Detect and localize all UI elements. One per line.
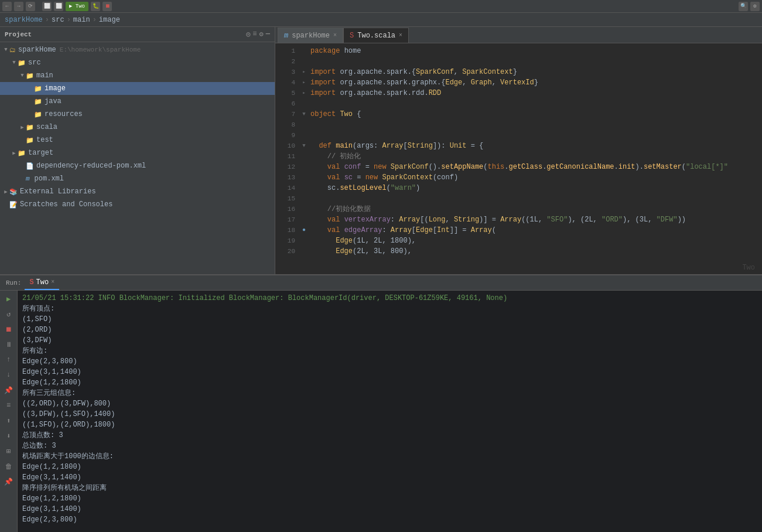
console-down-btn[interactable]: ↓ bbox=[3, 369, 15, 381]
console-pin2-btn[interactable]: 📌 bbox=[3, 476, 15, 487]
console-pin-btn[interactable]: 📌 bbox=[3, 384, 15, 396]
toolbar-back-btn[interactable]: ← bbox=[2, 2, 12, 11]
line-fold-16 bbox=[300, 204, 308, 214]
line-code-14: sc.setLogLevel("warn") bbox=[308, 183, 762, 193]
console-export-btn[interactable]: ⬆ bbox=[3, 415, 15, 427]
line-code-2 bbox=[308, 56, 762, 67]
line-num-11: 11 bbox=[275, 151, 300, 162]
tab-close-sparkHome[interactable]: × bbox=[333, 32, 337, 39]
bottom-tab-close-two[interactable]: × bbox=[51, 279, 54, 285]
console-line-v3: (3,DFW) bbox=[22, 335, 757, 346]
toolbar-fwd-btn[interactable]: → bbox=[14, 2, 23, 11]
tab-icon-sparkHome: m bbox=[284, 32, 288, 40]
console-line-total-v: 总顶点数: 3 bbox=[22, 430, 757, 441]
sidebar-settings-btn[interactable]: ⚙ bbox=[259, 30, 264, 39]
breadcrumb: sparkHome › src › main › image bbox=[0, 13, 762, 27]
sidebar-locate-btn[interactable]: ◎ bbox=[246, 30, 250, 39]
tree-item-ext-libs[interactable]: ▶ 📚 External Libraries bbox=[0, 185, 275, 198]
tree-item-resources[interactable]: 📁 resources bbox=[0, 108, 275, 121]
line-code-4: import org.apache.spark.graphx.{Edge, Gr… bbox=[308, 77, 762, 88]
tree-label-test: test bbox=[36, 136, 53, 144]
console-up-btn[interactable]: ↑ bbox=[3, 354, 15, 366]
console-trash-btn[interactable]: 🗑 bbox=[3, 461, 15, 472]
bottom-content: ▶ ↺ ⏹ ⏸ ↑ ↓ 📌 ≡ ⬆ ⬇ ⊞ 🗑 📌 21/05/21 15:31… bbox=[0, 291, 762, 532]
line-num-3: 3 bbox=[275, 67, 300, 77]
tree-arrow-ext-libs: ▶ bbox=[2, 189, 9, 195]
line-code-3: import org.apache.spark.{SparkConf, Spar… bbox=[308, 67, 762, 77]
breadcrumb-item-2[interactable]: src bbox=[52, 16, 64, 24]
tree-label-src: src bbox=[28, 59, 41, 67]
tree-item-pom[interactable]: m pom.xml bbox=[0, 172, 275, 185]
code-line-7: 7 ▼ object Two { bbox=[275, 109, 762, 120]
console-line-e2: Edge(3,1,1400) bbox=[22, 367, 757, 377]
tab-sparkHome[interactable]: m sparkHome × bbox=[278, 28, 343, 43]
line-fold-1 bbox=[300, 46, 308, 56]
code-line-12: 12 val conf = new SparkConf().setAppName… bbox=[275, 162, 762, 172]
toolbar-btn-1[interactable]: ⬜ bbox=[42, 2, 52, 11]
console-stop-btn[interactable]: ⏹ bbox=[3, 323, 15, 335]
console-import-btn[interactable]: ⬇ bbox=[3, 430, 15, 442]
toolbar-stop-btn[interactable]: ⏹ bbox=[102, 2, 112, 11]
toolbar-refresh-btn[interactable]: ⟳ bbox=[26, 2, 35, 11]
line-fold-18[interactable]: ● bbox=[300, 225, 308, 236]
line-num-5: 5 bbox=[275, 88, 300, 98]
toolbar-btn-2[interactable]: ⬜ bbox=[54, 2, 63, 11]
line-num-14: 14 bbox=[275, 183, 300, 193]
console-line-s1: Edge(1,2,1800) bbox=[22, 493, 757, 504]
sidebar-header: Project ◎ ≡ ⚙ — bbox=[0, 27, 275, 42]
tree-item-src[interactable]: ▼ 📁 src bbox=[0, 56, 275, 69]
line-code-9 bbox=[308, 130, 762, 141]
breadcrumb-item-3[interactable]: main bbox=[73, 16, 90, 24]
tree-arrow-target: ▶ bbox=[11, 150, 18, 156]
console-pause-btn[interactable]: ⏸ bbox=[3, 339, 15, 350]
line-fold-10[interactable]: ▼ bbox=[300, 141, 308, 151]
sidebar-header-icons: ◎ ≡ ⚙ — bbox=[246, 30, 270, 39]
tree-item-sparkHome[interactable]: ▼ 🗂 sparkHome E:\homework\sparkHome bbox=[0, 43, 275, 56]
toolbar-search-btn[interactable]: 🔍 bbox=[739, 2, 748, 11]
folder-icon-sparkHome: 🗂 bbox=[9, 46, 16, 54]
line-num-15: 15 bbox=[275, 193, 300, 204]
code-line-2: 2 bbox=[275, 56, 762, 67]
tree-item-scala[interactable]: ▶ 📁 scala bbox=[0, 121, 275, 134]
tree-item-java[interactable]: 📁 java bbox=[0, 95, 275, 108]
tree-item-test[interactable]: 📁 test bbox=[0, 134, 275, 146]
console-output[interactable]: 21/05/21 15:31:22 INFO BlockManager: Ini… bbox=[18, 291, 762, 532]
breadcrumb-item-4[interactable]: image bbox=[99, 16, 120, 24]
console-run-btn[interactable]: ▶ bbox=[3, 293, 15, 305]
console-scroll-btn[interactable]: ≡ bbox=[3, 400, 15, 411]
icon-ext-libs: 📚 bbox=[9, 188, 18, 196]
toolbar-run-btn[interactable]: ▶ Two bbox=[66, 2, 88, 11]
line-code-19: Edge(1L, 2L, 1800), bbox=[308, 236, 762, 246]
editor-content[interactable]: 1 package home 2 3 ▸ import org.apache.s… bbox=[275, 43, 762, 274]
line-fold-7[interactable]: ▼ bbox=[300, 109, 308, 120]
tree-arrow-sparkHome: ▼ bbox=[2, 47, 9, 53]
tree-arrow-src: ▼ bbox=[11, 60, 18, 66]
line-code-18: val edgeArray: Array[Edge[Int]] = Array( bbox=[308, 225, 762, 236]
code-line-18: 18 ● val edgeArray: Array[Edge[Int]] = A… bbox=[275, 225, 762, 236]
breadcrumb-sep-3: › bbox=[93, 16, 97, 24]
bottom-tab-two[interactable]: S Two × bbox=[25, 276, 59, 290]
line-fold-12 bbox=[300, 162, 308, 172]
console-layout-btn[interactable]: ⊞ bbox=[3, 445, 15, 457]
tree-item-image[interactable]: 📁 image bbox=[0, 82, 275, 95]
tab-two-scala[interactable]: S Two.scala × bbox=[343, 28, 409, 43]
line-fold-3[interactable]: ▸ bbox=[300, 67, 308, 77]
tree-item-scratches[interactable]: 📝 Scratches and Consoles bbox=[0, 198, 275, 211]
tree-item-main[interactable]: ▼ 📁 main bbox=[0, 69, 275, 82]
code-line-10: 10 ▼ def main(args: Array[String]): Unit… bbox=[275, 141, 762, 151]
tree-item-target[interactable]: ▶ 📁 target bbox=[0, 146, 275, 159]
sidebar-minimize-btn[interactable]: — bbox=[266, 30, 270, 39]
console-rerun-btn[interactable]: ↺ bbox=[3, 308, 15, 320]
sidebar-collapse-btn[interactable]: ≡ bbox=[252, 30, 257, 39]
toolbar-debug-btn[interactable]: 🐛 bbox=[91, 2, 100, 11]
console-line-v2: (2,ORD) bbox=[22, 325, 757, 335]
tab-close-two-scala[interactable]: × bbox=[399, 32, 402, 39]
line-fold-4[interactable]: ▸ bbox=[300, 77, 308, 88]
tab-label-sparkHome: sparkHome bbox=[292, 32, 330, 40]
line-code-16: //初始化数据 bbox=[308, 204, 762, 214]
code-line-13: 13 val sc = new SparkContext(conf) bbox=[275, 172, 762, 183]
breadcrumb-item-1[interactable]: sparkHome bbox=[5, 16, 43, 24]
tree-item-dep-pom[interactable]: 📄 dependency-reduced-pom.xml bbox=[0, 159, 275, 172]
toolbar-settings-btn[interactable]: ⚙ bbox=[750, 2, 760, 11]
line-fold-5[interactable]: ▸ bbox=[300, 88, 308, 98]
